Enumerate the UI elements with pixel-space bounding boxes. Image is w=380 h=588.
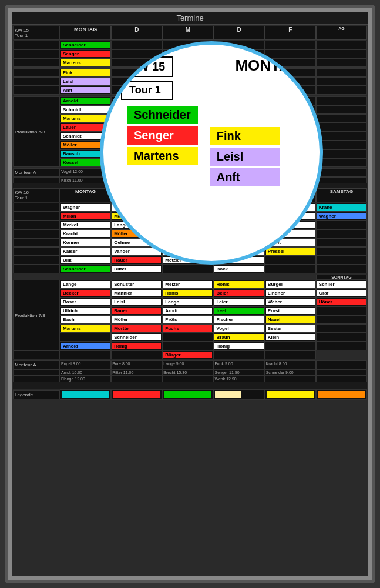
kw16-pressei: Pressei [266, 248, 315, 255]
overlay-leisl: Leisl [210, 148, 280, 166]
tag-leisl: Leisl [61, 78, 110, 85]
kw16-wagner: Wagner [61, 204, 110, 211]
monteur-a-1-label: Monteur A [13, 168, 60, 177]
p73-lindner: Lindner [266, 290, 315, 296]
p73-prols: Pröls [163, 316, 212, 323]
p73-graf: Graf [317, 290, 366, 296]
produktion73-label: Produktion 7/3 [13, 280, 60, 350]
p73-roser: Roser [61, 299, 110, 305]
termine-bar: Termine [12, 12, 368, 25]
overlay-fink: Fink [210, 127, 280, 145]
p73-lange: Lange [61, 281, 110, 288]
p73-honig: Hönis [214, 281, 263, 288]
sonntag-header: SONNTAG [316, 275, 367, 280]
overlay-names-section: Schneider Senger Martens Fink Leisl Anft [121, 103, 302, 186]
kw16-label: KW 16 Tour 1 [13, 188, 60, 202]
p73-leisl: Leisl [112, 299, 161, 305]
p73-arndt: Arndt [163, 308, 212, 314]
overlay-right-names-2: Fink Leisl Anft [210, 127, 280, 186]
p73-leier: Leier [214, 299, 263, 305]
kw16-milian: Milian [61, 213, 110, 219]
p73-mortte: Mortte [112, 325, 161, 332]
p73-ernst: Ernst [266, 308, 315, 314]
tag-fink: Fink [61, 69, 110, 76]
p73-seater: Seater [266, 325, 315, 332]
board-inner: Termine KW 15 Tour 1 MONTAG D M D F AG S… [12, 12, 368, 576]
board-outer: Termine KW 15 Tour 1 MONTAG D M D F AG S… [5, 5, 375, 583]
kw16-wagner4: Wagner [317, 213, 366, 219]
kw16-konner: Konner [61, 239, 110, 246]
day-header-f1: F [265, 26, 316, 40]
legende-label: Legende [13, 390, 60, 399]
kw16-ulik: Ulik [61, 257, 110, 263]
p73-martens2: Martens [61, 325, 110, 332]
tag-martens: Martens [61, 59, 110, 66]
kw16-ritter2: Ritter [112, 266, 161, 272]
kw16-day-montag: MONTAG [60, 188, 111, 202]
p73-schlier: Schlier [317, 281, 366, 288]
kw16-kw: KW 16 [15, 190, 58, 195]
p53-schmidt1: Schmidt [61, 106, 110, 113]
p73-beier: Beier [214, 290, 263, 296]
monteur-a-2-label: Monteur A [13, 360, 60, 369]
p73-arnold2: Arnold [61, 343, 110, 349]
day-header-ag1: AG [316, 26, 367, 40]
overlay-right-names: Schneider Senger Martens [127, 106, 198, 186]
day-header-montag: MONTAG [60, 26, 111, 40]
p73-rauer: Rauer [112, 308, 161, 314]
kw15-kw: KW 15 [15, 28, 58, 33]
kw15-tour: Tour 1 [15, 33, 58, 38]
overlay-martens: Martens [127, 147, 198, 165]
p73-fisch: Fischer [214, 316, 263, 323]
termine-title: Termine [176, 14, 203, 22]
p73-lange2: Lange [163, 299, 212, 305]
p73-melzer: Melzer [163, 281, 212, 288]
p73-burger: Bürger [163, 352, 212, 358]
overlay-tour-box: Tour 1 [121, 81, 173, 100]
p73-burgel: Bürgel [266, 281, 315, 288]
kw16-krane: Krane [317, 204, 366, 211]
kw16-merkel: Merkel [61, 222, 110, 228]
overlay-schneider: Schneider [127, 106, 198, 124]
p73-becker: Becker [61, 290, 110, 296]
p73-honig3: Hönig [214, 343, 263, 349]
p73-holnig: Hönig [112, 343, 161, 349]
p73-ullrich: Ullrich [61, 308, 110, 314]
overlay-senger: Senger [127, 126, 198, 145]
kw16-kracht: Kracht [61, 230, 110, 237]
p73-klein: Klein [266, 334, 315, 340]
kw16-schneider3: Schneider [61, 266, 110, 272]
p73-vogel: Vogel [214, 325, 263, 332]
tag-anft: Anft [61, 87, 110, 93]
day-header-m1: M [162, 26, 213, 40]
p73-mannler: Mannler [112, 290, 161, 296]
overlay-anft: Anft [210, 168, 280, 186]
produktion53-label: Produktion 5/3 [13, 96, 60, 167]
kw16-bock: Bock [214, 266, 263, 272]
kw16-tour: Tour 1 [15, 195, 58, 201]
p73-nauel: Nauel [266, 316, 315, 323]
p73-ireel: Ireel [214, 308, 263, 314]
kw16-rauer: Rauer [112, 257, 161, 263]
day-header-d1: D [111, 26, 162, 40]
tag-senger: Senger [61, 51, 110, 57]
p73-schuster: Schuster [112, 281, 161, 288]
p73-honer: Höner [317, 299, 366, 305]
p73-fuchs: Fuchs [163, 325, 212, 332]
p73-bach: Bach [61, 316, 110, 323]
kw15-label: KW 15 Tour 1 [13, 26, 60, 40]
day-header-d2: D [213, 26, 264, 40]
overlay-circle: KW 15 Tour 1 MONTAG Schneider Senger Mar… [100, 41, 323, 265]
kw16-vander: Vander [112, 248, 161, 255]
p53-martens: Martens [61, 115, 110, 122]
tag-schneider: Schneider [61, 42, 110, 48]
p73-weber: Weber [266, 299, 315, 305]
p73-honig2: Hönis [163, 290, 212, 296]
p73-schneider4: Schneider [112, 334, 161, 340]
kw16-day-samstag: SAMSTAG [316, 188, 367, 202]
p73-braun: Braun [214, 334, 263, 340]
p53-arnold: Arnold [61, 98, 110, 104]
p73-moller3: Möller [112, 316, 161, 323]
kw16-kaiser: Kaiser [61, 248, 110, 255]
